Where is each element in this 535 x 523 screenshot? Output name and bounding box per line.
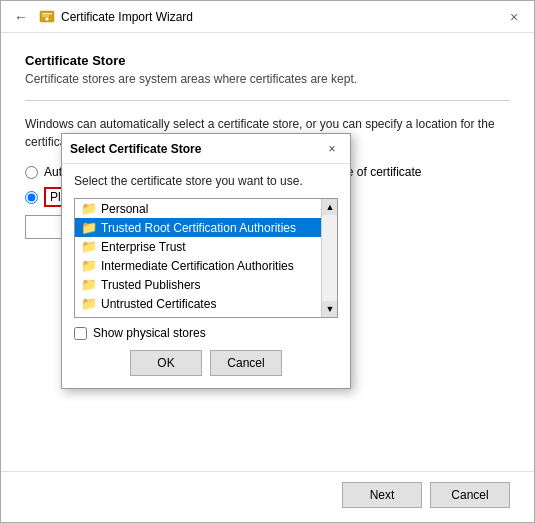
select-store-dialog: Select Certificate Store × Select the ce… <box>61 133 351 389</box>
wizard-icon <box>39 9 55 25</box>
folder-icon: 📁 <box>81 296 97 311</box>
tree-item[interactable]: 📁Trusted Publishers <box>75 275 321 294</box>
window-title: Certificate Import Wizard <box>61 10 502 24</box>
tree-item-label: Trusted Root Certification Authorities <box>101 221 296 235</box>
svg-rect-2 <box>42 15 49 16</box>
tree-item-label: Enterprise Trust <box>101 240 186 254</box>
tree-item[interactable]: 📁Personal <box>75 199 321 218</box>
folder-icon: 📁 <box>81 239 97 254</box>
scroll-track <box>322 215 337 301</box>
dialog-button-row: OK Cancel <box>74 350 338 380</box>
dialog-title-bar: Select Certificate Store × <box>62 134 350 164</box>
tree-item-label: Intermediate Certification Authorities <box>101 259 294 273</box>
window-close-button[interactable]: × <box>502 5 526 29</box>
folder-icon: 📁 <box>81 277 97 292</box>
cancel-button[interactable]: Cancel <box>430 482 510 508</box>
tree-item-label: Untrusted Certificates <box>101 297 216 311</box>
tree-item[interactable]: 📁Intermediate Certification Authorities <box>75 256 321 275</box>
show-physical-checkbox[interactable] <box>74 327 87 340</box>
tree-item-label: Trusted Publishers <box>101 278 201 292</box>
svg-rect-1 <box>42 13 52 15</box>
divider <box>25 100 510 101</box>
content-area: Certificate Store Certificate stores are… <box>1 33 534 471</box>
tree-item[interactable]: 📁Enterprise Trust <box>75 237 321 256</box>
scroll-down-arrow[interactable]: ▼ <box>322 301 338 317</box>
dialog-close-button[interactable]: × <box>322 139 342 159</box>
dialog-body: Select the certificate store you want to… <box>62 164 350 388</box>
dialog-cancel-button[interactable]: Cancel <box>210 350 282 376</box>
dialog-title: Select Certificate Store <box>70 142 322 156</box>
next-button[interactable]: Next <box>342 482 422 508</box>
dialog-ok-button[interactable]: OK <box>130 350 202 376</box>
back-button[interactable]: ← <box>9 5 33 29</box>
tree-item-label: Personal <box>101 202 148 216</box>
folder-icon: 📁 <box>81 258 97 273</box>
svg-point-3 <box>45 17 49 21</box>
tree-item[interactable]: 📁Untrusted Certificates <box>75 294 321 313</box>
tree-item[interactable]: 📁Trusted Root Certification Authorities <box>75 218 321 237</box>
radio-auto[interactable] <box>25 166 38 179</box>
section-description: Certificate stores are system areas wher… <box>25 72 510 86</box>
folder-icon: 📁 <box>81 220 97 235</box>
show-physical-row: Show physical stores <box>74 326 338 340</box>
scroll-up-arrow[interactable]: ▲ <box>322 199 338 215</box>
section-title: Certificate Store <box>25 53 510 68</box>
radio-place[interactable] <box>25 191 38 204</box>
title-bar: ← Certificate Import Wizard × <box>1 1 534 33</box>
dialog-description: Select the certificate store you want to… <box>74 174 338 188</box>
certificate-tree[interactable]: 📁Personal📁Trusted Root Certification Aut… <box>74 198 338 318</box>
wizard-window: ← Certificate Import Wizard × Certificat… <box>0 0 535 523</box>
show-physical-label: Show physical stores <box>93 326 206 340</box>
footer: Next Cancel <box>1 471 534 522</box>
folder-icon: 📁 <box>81 201 97 216</box>
